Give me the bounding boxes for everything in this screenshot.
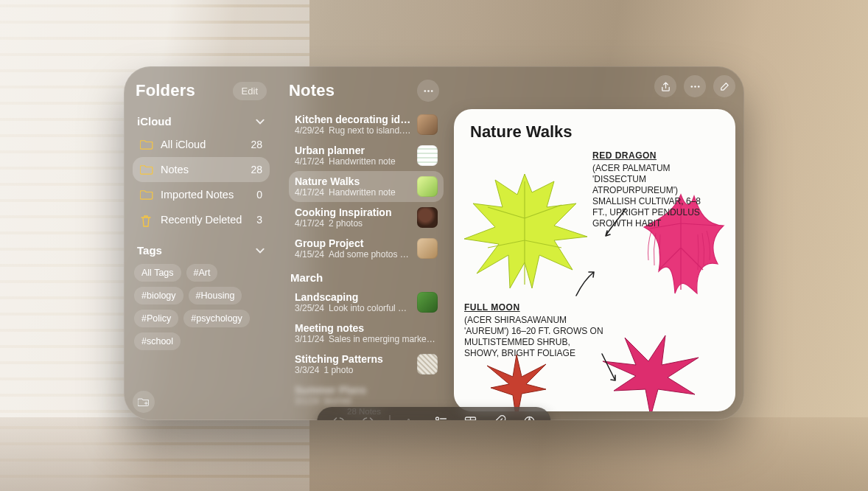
note-item-subtitle: 4/15/24Add some photos of their… — [295, 249, 411, 260]
note-thumbnail — [417, 238, 438, 259]
note-item-subtitle: 3/3/241 photo — [295, 365, 411, 375]
leaf-illustration-bottom-left — [476, 351, 557, 411]
leaf-illustration-yellow — [458, 167, 591, 292]
note-row[interactable]: Group Project4/15/24Add some photos of t… — [289, 233, 444, 264]
note-item-title: Landscaping — [295, 291, 411, 303]
notes-title: Notes — [289, 81, 335, 100]
folder-label: Notes — [161, 164, 189, 175]
note-thumbnail — [417, 292, 438, 313]
note-thumbnail — [417, 114, 438, 135]
note-row[interactable]: Kitchen decorating ideas4/29/24Rug next … — [289, 109, 444, 140]
section-tags-label: Tags — [137, 244, 162, 257]
note-item-title: Meeting notes — [295, 322, 438, 334]
note-item-subtitle: 3/11/24Sales in emerging markets are tr… — [295, 334, 438, 344]
note-item-title: Group Project — [295, 237, 411, 249]
tag-pill[interactable]: #psychology — [183, 310, 250, 327]
chevron-down-icon — [255, 116, 265, 127]
svg-point-4 — [694, 86, 696, 88]
format-button[interactable]: Aa — [404, 414, 420, 420]
more-button[interactable] — [417, 80, 439, 102]
note-item-title: Kitchen decorating ideas — [295, 114, 411, 125]
section-tags[interactable]: Tags — [133, 240, 270, 261]
tag-pill[interactable]: #school — [134, 332, 181, 350]
note-item-subtitle: 4/17/24Handwritten note — [295, 187, 411, 198]
annotation-red-dragon: RED DRAGON (ACER PALMATUM 'DISSECTUM ATR… — [592, 150, 718, 229]
note-thumbnail — [417, 176, 438, 197]
notes-app-window: Folders Edit iCloud All iCloud28Notes28I… — [124, 66, 744, 420]
edit-button[interactable]: Edit — [233, 82, 267, 100]
folder-count: 28 — [251, 139, 262, 150]
new-folder-button[interactable] — [133, 391, 155, 413]
checklist-button[interactable] — [433, 414, 449, 420]
tag-pill[interactable]: All Tags — [134, 264, 181, 282]
folder-label: Recently Deleted — [161, 214, 242, 226]
tag-pill[interactable]: #Housing — [189, 287, 242, 304]
detail-more-button[interactable] — [684, 75, 706, 97]
svg-text:Aa: Aa — [406, 417, 417, 420]
note-thumbnail — [417, 354, 438, 375]
attachment-button[interactable] — [492, 414, 508, 420]
note-item-title: Cooking Inspiration — [295, 206, 411, 218]
svg-point-1 — [427, 90, 430, 92]
note-item-subtitle: 4/29/24Rug next to island. Conte… — [295, 125, 411, 136]
note-detail-column: Nature Walks — [449, 66, 744, 420]
note-row[interactable]: Urban planner4/17/24Handwritten note — [289, 140, 444, 171]
folders-sidebar: Folders Edit iCloud All iCloud28Notes28I… — [124, 66, 279, 420]
folder-count: 3 — [256, 214, 262, 226]
section-icloud[interactable]: iCloud — [133, 111, 270, 132]
note-item-title: Urban planner — [295, 144, 411, 156]
note-item-subtitle: 3/1/24blurred — [295, 396, 438, 406]
compose-button[interactable] — [713, 75, 735, 97]
note-thumbnail — [417, 207, 438, 228]
note-row[interactable]: Summer Plans3/1/24blurred — [289, 380, 444, 411]
notes-list-column: Notes Kitchen decorating ideas4/29/24Rug… — [279, 66, 449, 420]
folder-item-imported-notes[interactable]: Imported Notes0 — [133, 182, 270, 207]
tag-pill[interactable]: #biology — [134, 287, 183, 304]
note-row[interactable]: Cooking Inspiration4/17/242 photos — [289, 202, 444, 233]
folder-count: 0 — [256, 189, 262, 201]
folder-icon — [140, 164, 153, 175]
folder-item-notes[interactable]: Notes28 — [133, 157, 270, 182]
tag-pill[interactable]: #Art — [186, 264, 218, 282]
toolbar-separator — [390, 415, 391, 420]
note-row[interactable]: Meeting notes3/11/24Sales in emerging ma… — [289, 318, 444, 349]
note-item-title: Stitching Patterns — [295, 353, 411, 365]
folder-icon — [140, 139, 153, 150]
table-button[interactable] — [463, 414, 479, 420]
note-row[interactable]: Landscaping3/25/24Look into colorful per… — [289, 287, 444, 318]
month-header: March — [286, 264, 447, 287]
note-canvas[interactable]: Nature Walks — [454, 109, 735, 411]
svg-point-2 — [430, 90, 433, 92]
svg-point-0 — [424, 90, 426, 92]
folders-title: Folders — [136, 81, 195, 100]
note-item-title: Summer Plans — [295, 384, 438, 396]
note-title: Nature Walks — [470, 122, 719, 142]
redo-button[interactable] — [360, 414, 377, 420]
share-button[interactable] — [654, 75, 676, 97]
svg-point-5 — [697, 86, 699, 88]
note-item-subtitle: 3/25/24Look into colorful perenn… — [295, 303, 411, 313]
note-item-subtitle: 4/17/242 photos — [295, 218, 411, 229]
note-item-title: Nature Walks — [295, 175, 411, 187]
folder-label: All iCloud — [161, 139, 206, 150]
note-item-subtitle: 4/17/24Handwritten note — [295, 156, 411, 167]
folder-item-recently-deleted[interactable]: Recently Deleted3 — [133, 207, 270, 232]
folder-icon — [140, 189, 153, 200]
annotation-full-moon: FULL MOON (ACER SHIRASAWANUM 'AUREUM') 1… — [464, 302, 604, 359]
svg-point-3 — [690, 86, 693, 88]
note-row[interactable]: Stitching Patterns3/3/241 photo — [289, 349, 444, 380]
chevron-down-icon — [255, 246, 265, 256]
editor-toolbar: Aa — [318, 407, 551, 420]
trash-icon — [140, 215, 153, 225]
markup-button[interactable] — [522, 414, 538, 420]
note-row[interactable]: Nature Walks4/17/24Handwritten note — [289, 171, 444, 202]
folder-count: 28 — [251, 164, 262, 175]
note-thumbnail — [417, 145, 438, 166]
folder-label: Imported Notes — [161, 189, 234, 201]
tags-container: All Tags#Art#biology#Housing#Policy#psyc… — [133, 261, 270, 353]
section-icloud-label: iCloud — [137, 115, 172, 128]
tag-pill[interactable]: #Policy — [134, 310, 178, 327]
undo-button[interactable] — [331, 414, 347, 420]
folder-item-all-icloud[interactable]: All iCloud28 — [133, 132, 270, 157]
arrow-icon — [572, 268, 598, 299]
